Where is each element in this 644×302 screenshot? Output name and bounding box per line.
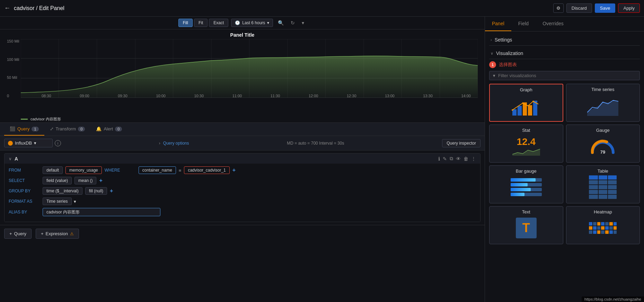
where-field[interactable]: container_name bbox=[139, 166, 176, 174]
settings-section-header[interactable]: › Settings bbox=[489, 34, 640, 46]
viz-table-thumb bbox=[569, 175, 637, 199]
influxdb-icon bbox=[8, 141, 13, 146]
from-db[interactable]: default bbox=[43, 166, 63, 174]
zoom-button[interactable]: 🔍 bbox=[276, 19, 286, 27]
viz-heatmap-thumb bbox=[569, 216, 637, 240]
viz-graph-thumb bbox=[493, 94, 560, 118]
where-add-button[interactable]: + bbox=[232, 167, 236, 173]
add-query-button[interactable]: + Query bbox=[4, 229, 32, 239]
query-tab-label: Query bbox=[17, 126, 29, 131]
select-add-button[interactable]: + bbox=[99, 177, 102, 184]
add-expr-label: Expression bbox=[46, 231, 68, 236]
viz-bargauge-label: Bar gauge bbox=[516, 168, 537, 174]
query-edit-icon[interactable]: ✎ bbox=[443, 156, 447, 162]
format-dropdown-icon: ▾ bbox=[74, 199, 76, 204]
viz-bargauge-thumb bbox=[492, 175, 560, 199]
viz-card-gauge[interactable]: Gauge 79 bbox=[566, 125, 640, 163]
meta-info: MD = auto = 700 Interval = 30s bbox=[287, 141, 344, 146]
refresh-button[interactable]: ↻ bbox=[289, 19, 297, 27]
tab-panel[interactable]: Panel bbox=[485, 17, 511, 31]
time-range-label: Last 6 hours bbox=[242, 20, 265, 25]
viz-time-series-label: Time series bbox=[591, 87, 615, 92]
viz-card-heatmap[interactable]: Heatmap bbox=[566, 206, 640, 244]
query-info-icon[interactable]: ℹ bbox=[438, 156, 440, 162]
from-table[interactable]: memory_usage bbox=[65, 166, 102, 174]
tab-alert[interactable]: 🔔 Alert 0 bbox=[90, 123, 127, 136]
viz-card-stat[interactable]: Stat 12.4 bbox=[489, 125, 563, 163]
tab-query[interactable]: ⬛ Query 1 bbox=[4, 123, 44, 136]
query-inspector-button[interactable]: Query inspector bbox=[442, 139, 480, 147]
top-bar: ← cadvisor / Edit Panel ⚙ Discard Save A… bbox=[0, 0, 644, 17]
viz-card-text[interactable]: Text T bbox=[489, 206, 563, 244]
exact-button[interactable]: Exact bbox=[209, 19, 228, 27]
query-block-header[interactable]: ∨ A ℹ ✎ ⧉ 👁 🗑 ⋮ bbox=[5, 154, 480, 164]
query-toggle-icon[interactable]: 👁 bbox=[456, 156, 461, 162]
transform-badge: 0 bbox=[78, 127, 85, 131]
viz-table-label: Table bbox=[598, 168, 608, 174]
add-query-label: Query bbox=[14, 231, 26, 236]
query-tabs: ⬛ Query 1 ⤢ Transform 0 🔔 Alert 0 bbox=[0, 123, 485, 136]
format-select[interactable]: Time series bbox=[43, 198, 72, 205]
viz-graph-label: Graph bbox=[520, 87, 532, 92]
datasource-select[interactable]: InfluxDB ▾ bbox=[4, 139, 53, 147]
apply-button[interactable]: Apply bbox=[618, 3, 640, 13]
zoom-group: Fill Fit Exact bbox=[178, 19, 229, 27]
clock-icon: 🕐 bbox=[235, 20, 240, 25]
save-button[interactable]: Save bbox=[595, 3, 616, 13]
query-block-actions: ℹ ✎ ⧉ 👁 🗑 ⋮ bbox=[438, 156, 476, 162]
settings-button[interactable]: ⚙ bbox=[553, 3, 564, 13]
viz-stat-label: Stat bbox=[522, 128, 530, 133]
more-button[interactable]: ▾ bbox=[300, 19, 306, 27]
chart-title: Panel Title bbox=[0, 29, 485, 39]
viz-heatmap-label: Heatmap bbox=[594, 209, 612, 214]
datasource-dropdown-icon: ▾ bbox=[34, 140, 36, 146]
svg-rect-20 bbox=[528, 105, 532, 116]
add-expression-button[interactable]: + Expression ⚠ bbox=[36, 229, 79, 239]
viz-card-table[interactable]: Table bbox=[566, 165, 640, 203]
select-fn[interactable]: mean () bbox=[74, 177, 96, 184]
datasource-select-group: InfluxDB ▾ i bbox=[4, 139, 61, 147]
query-more-icon[interactable]: ⋮ bbox=[471, 156, 476, 162]
tab-overrides[interactable]: Overrides bbox=[536, 17, 571, 31]
viz-filter-input[interactable] bbox=[498, 73, 636, 78]
select-label: SELECT bbox=[9, 178, 40, 183]
groupby-fill[interactable]: fill (null) bbox=[85, 187, 107, 195]
viz-card-bar-gauge[interactable]: Bar gauge bbox=[489, 165, 563, 203]
format-select-wrap: Time series ▾ bbox=[43, 198, 76, 205]
query-options-link[interactable]: Query options bbox=[163, 141, 189, 146]
back-button[interactable]: ← bbox=[4, 4, 10, 12]
groupby-time[interactable]: time ($__interval) bbox=[43, 187, 82, 195]
transform-label: Transform bbox=[56, 126, 76, 131]
time-range-picker[interactable]: 🕐 Last 6 hours ▾ bbox=[231, 19, 273, 27]
tab-field[interactable]: Field bbox=[511, 17, 536, 31]
where-value[interactable]: cadvisor_cadvisor_1 bbox=[184, 166, 229, 174]
left-panel: Fill Fit Exact 🕐 Last 6 hours ▾ 🔍 ↻ ▾ Pa… bbox=[0, 17, 485, 302]
query-tab-db-icon: ⬛ bbox=[10, 126, 15, 131]
alert-label: Alert bbox=[104, 126, 113, 131]
groupby-row: GROUP BY time ($__interval) fill (null) … bbox=[9, 187, 476, 195]
query-delete-icon[interactable]: 🗑 bbox=[464, 156, 468, 162]
tab-transform[interactable]: ⤢ Transform 0 bbox=[44, 123, 91, 136]
query-copy-icon[interactable]: ⧉ bbox=[450, 156, 453, 162]
viz-stat-thumb: 12.4 bbox=[492, 134, 560, 158]
viz-gauge-label: Gauge bbox=[596, 128, 610, 133]
url-bar: https://blog.csdn.net/zhuangzaihe bbox=[582, 296, 644, 302]
fill-button[interactable]: Fill bbox=[178, 19, 193, 27]
viz-card-graph[interactable]: Graph bbox=[489, 84, 563, 122]
chart-area: Panel Title 150 Mil 100 Mil 50 Mil 0 bbox=[0, 29, 485, 123]
where-label: WHERE bbox=[105, 168, 136, 173]
transform-icon: ⤢ bbox=[50, 126, 54, 131]
discard-button[interactable]: Discard bbox=[566, 3, 592, 13]
y-axis: 150 Mil 100 Mil 50 Mil 0 bbox=[7, 39, 19, 98]
select-field[interactable]: field (value) bbox=[43, 177, 72, 184]
alias-input[interactable] bbox=[43, 208, 160, 216]
text-icon: T bbox=[516, 218, 537, 238]
groupby-add-button[interactable]: + bbox=[110, 188, 113, 194]
chart-canvas: 150 Mil 100 Mil 50 Mil 0 bbox=[0, 39, 485, 115]
fit-button[interactable]: Fit bbox=[194, 19, 208, 27]
page-title: cadvisor / Edit Panel bbox=[14, 5, 64, 11]
visualization-section-header[interactable]: ∨ Visualization bbox=[489, 48, 640, 59]
viz-card-time-series[interactable]: Time series bbox=[566, 84, 640, 122]
datasource-info-icon[interactable]: i bbox=[55, 140, 61, 146]
query-block-title: A bbox=[15, 156, 18, 162]
